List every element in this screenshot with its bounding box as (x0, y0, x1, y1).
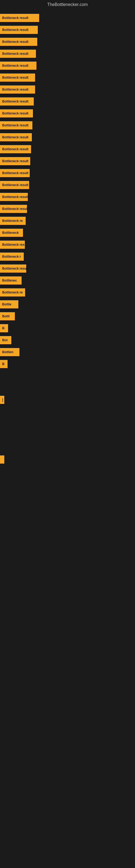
bar-row: Bottl (0, 310, 135, 322)
bar-row: B (0, 322, 135, 334)
bar-row: Bottleneck result (0, 119, 135, 131)
bottleneck-bar[interactable]: Bottl (0, 312, 15, 320)
bar-row: Bottlen (0, 346, 135, 358)
bar-row: Bottleneck (0, 227, 135, 239)
bar-row (0, 442, 135, 454)
bar-row: Bottlenec (0, 275, 135, 286)
bars-container: Bottleneck resultBottleneck resultBottle… (0, 9, 135, 468)
bar-row: Bottleneck result (0, 12, 135, 24)
bar-row: Bottleneck result (0, 60, 135, 72)
bar-row: Bottleneck result (0, 167, 135, 179)
bar-row: Bottleneck result (0, 155, 135, 167)
bar-row (0, 370, 135, 382)
bar-row: Bottleneck result (0, 48, 135, 60)
bottleneck-bar[interactable]: B (0, 324, 8, 332)
bar-row: Bottleneck res (0, 239, 135, 251)
bottleneck-bar[interactable]: Bottlenec (0, 276, 21, 284)
bar-row: Bottleneck result (0, 24, 135, 36)
bottleneck-bar[interactable]: Bottleneck re (0, 217, 26, 225)
bottleneck-bar[interactable]: Bottle (0, 300, 18, 308)
bottleneck-bar[interactable]: Bottleneck result (0, 38, 37, 46)
site-title: TheBottlenecker.com (0, 0, 135, 9)
bar-row: Bottleneck result (0, 36, 135, 48)
bottleneck-bar[interactable]: Bottleneck (0, 229, 23, 237)
bar-row: Bottle (0, 299, 135, 310)
bar-row: Bottleneck result (0, 107, 135, 119)
bottleneck-bar[interactable]: Bottleneck result (0, 97, 34, 105)
bar-row: Bottleneck result (0, 84, 135, 95)
bottleneck-bar[interactable]: Bottleneck result (0, 109, 33, 118)
bottleneck-bar[interactable]: Bottlen (0, 348, 19, 356)
bar-row: B (0, 358, 135, 370)
bottleneck-bar[interactable]: Bottleneck result (0, 50, 36, 58)
bottleneck-bar[interactable]: Bottleneck result (0, 193, 28, 201)
bar-row: Bottleneck result (0, 191, 135, 203)
bar-row: Bot (0, 334, 135, 346)
bar-row (0, 418, 135, 430)
bottleneck-bar[interactable]: Bottleneck result (0, 169, 30, 177)
bar-row: Bottleneck result (0, 131, 135, 143)
bottleneck-bar[interactable]: Bottleneck result (0, 86, 35, 94)
bottleneck-bar[interactable]: Bottleneck result (0, 157, 30, 165)
bottleneck-bar[interactable]: Bottleneck r (0, 252, 24, 261)
bar-row: Bottleneck result (0, 143, 135, 155)
bar-row: Bottleneck r (0, 251, 135, 262)
bottleneck-bar[interactable] (0, 456, 4, 464)
bar-row: Bottleneck result (0, 95, 135, 107)
bottleneck-bar[interactable]: Bottleneck resu (0, 265, 26, 273)
bar-row (0, 454, 135, 465)
bottleneck-bar[interactable]: [ (0, 396, 4, 404)
bottleneck-bar[interactable]: Bottleneck result (0, 62, 37, 70)
bar-row: Bottleneck result (0, 72, 135, 84)
bar-row (0, 382, 135, 394)
bottleneck-bar[interactable]: Bottleneck result (0, 145, 31, 153)
bottleneck-bar[interactable]: Bottleneck res (0, 241, 25, 249)
bottleneck-bar[interactable]: B (0, 360, 8, 368)
bar-row: Bottleneck re (0, 286, 135, 299)
bar-row: Bottleneck resu (0, 262, 135, 275)
bottleneck-bar[interactable]: Bottleneck result (0, 133, 32, 141)
bottleneck-bar[interactable]: Bottleneck result (0, 205, 27, 213)
bar-row: [ (0, 394, 135, 406)
bar-row: Bottleneck result (0, 203, 135, 215)
bottleneck-bar[interactable]: Bottleneck result (0, 14, 39, 22)
bottleneck-bar[interactable]: Bottleneck re (0, 288, 25, 297)
bar-row: Bottleneck result (0, 179, 135, 191)
bar-row (0, 406, 135, 418)
bottleneck-bar[interactable]: Bottleneck result (0, 73, 35, 82)
bottleneck-bar[interactable]: Bottleneck result (0, 181, 29, 189)
bottleneck-bar[interactable]: Bottleneck result (0, 26, 38, 34)
bar-row: Bottleneck re (0, 215, 135, 227)
bottleneck-bar[interactable]: Bottleneck result (0, 121, 32, 129)
bar-row (0, 430, 135, 442)
bottleneck-bar[interactable]: Bot (0, 336, 11, 344)
